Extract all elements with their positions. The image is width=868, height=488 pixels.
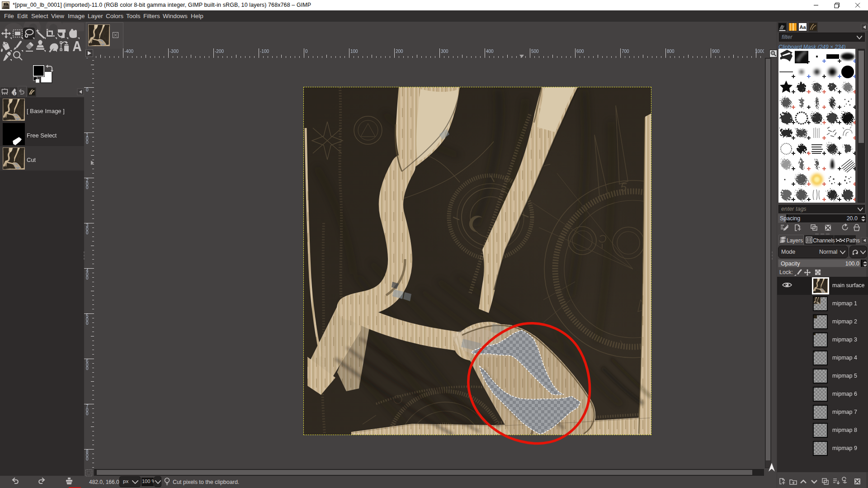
svg-text:Paths: Paths [846,237,860,244]
svg-text:Layers: Layers [787,237,803,244]
svg-text:Aa: Aa [799,24,806,30]
svg-text:Channels: Channels [813,237,835,244]
svg-text:i: i [14,91,15,96]
